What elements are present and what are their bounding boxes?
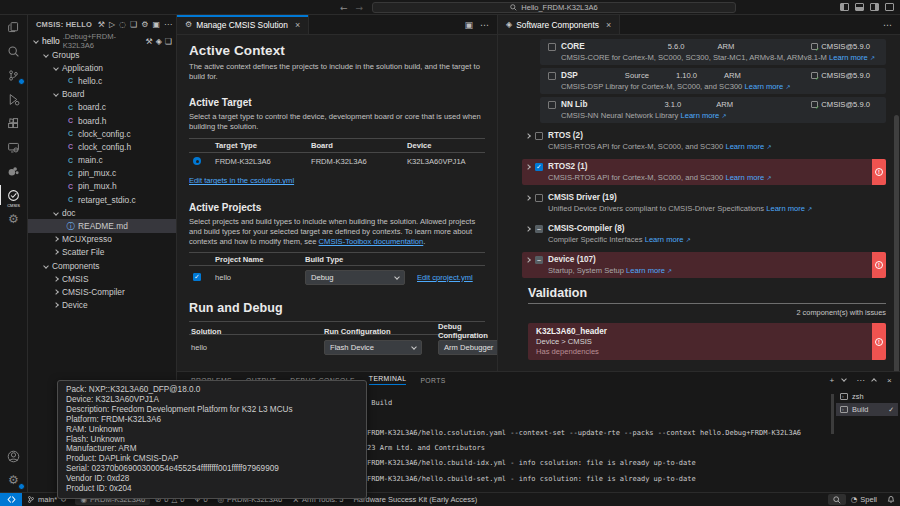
chevron-right-icon[interactable]	[525, 226, 531, 232]
component-row-core[interactable]: CORE 5.6.0 ARM CMSIS@5.9.0 CMSIS-CORE fo…	[540, 39, 886, 65]
session-build[interactable]: ›Build✓	[836, 403, 898, 416]
build-type-dropdown[interactable]: Debug	[305, 270, 405, 285]
tree-item-device[interactable]: Device	[28, 299, 176, 312]
tab-ports[interactable]: PORTS	[420, 377, 445, 384]
chevron-right-icon[interactable]	[525, 164, 531, 170]
scrollbar[interactable]	[894, 115, 899, 371]
tree-item-pin-mux-h[interactable]: Cpin_mux.h	[28, 180, 176, 193]
learn-more-link[interactable]: Learn more ↗	[766, 204, 812, 213]
pack-link[interactable]: CMSIS@5.9.0	[811, 71, 870, 80]
chevron-right-icon[interactable]	[525, 257, 531, 263]
embedded-tools-icon[interactable]: ⚙	[0, 207, 28, 231]
chevron-up-icon[interactable]	[871, 378, 877, 384]
debug-icon[interactable]: ◌	[119, 20, 126, 29]
more-actions-icon[interactable]: ⋯	[857, 376, 865, 385]
more-actions-icon[interactable]: ⋯	[883, 20, 892, 30]
focus-target-icon[interactable]: ◈	[156, 37, 162, 46]
component-group-cmsis-driver[interactable]: CMSIS Driver (19) Unified Device Drivers…	[526, 190, 886, 216]
solution-root-row[interactable]: hello .Debug+FRDM-K32L3A6 ⚒ ◈ ❏	[28, 34, 176, 48]
cmsis-driver-checkbox[interactable]	[535, 194, 543, 202]
tree-item-scatter-file[interactable]: Scatter File	[28, 246, 176, 259]
forward-arrow-icon[interactable]: →	[356, 3, 364, 13]
run-debug-icon[interactable]	[0, 87, 28, 111]
close-panel-icon[interactable]: ×	[887, 376, 892, 385]
chevron-right-icon[interactable]	[525, 133, 531, 139]
component-group-rtos2[interactable]: ✓ RTOS2 (1) CMSIS-RTOS API for Cortex-M,…	[522, 159, 886, 185]
tab-manage-cmsis-solution[interactable]: ⚙ Manage CMSIS Solution ×	[177, 15, 309, 34]
tree-item-readme[interactable]: ⓘREADME.md	[28, 219, 176, 232]
explorer-icon[interactable]	[0, 15, 28, 39]
tree-item-main-c[interactable]: Cmain.c	[28, 154, 176, 167]
tree-item-retarget-stdio-c[interactable]: Cretarget_stdio.c	[28, 193, 176, 206]
toggle-secondary-sidebar-icon[interactable]	[870, 3, 879, 11]
tree-item-cmsis[interactable]: CMSIS	[28, 272, 176, 285]
learn-more-link[interactable]: Learn more ↗	[680, 111, 726, 120]
cmsis-toolbox-doc-link[interactable]: CMSIS-Toolbox documentation	[319, 237, 424, 246]
notifications-item[interactable]	[882, 493, 900, 506]
learn-more-link[interactable]: Learn more ↗	[725, 173, 771, 182]
more-actions-icon[interactable]: ⋯	[164, 20, 172, 29]
back-arrow-icon[interactable]: ←	[340, 3, 348, 13]
rtos2-checkbox[interactable]: ✓	[535, 163, 543, 171]
tree-item-components[interactable]: Components	[28, 259, 176, 272]
session-zsh[interactable]: ›zsh	[836, 390, 898, 403]
hardware-success-kit-item[interactable]: Hardware Success Kit (Early Access)	[348, 493, 482, 506]
component-row-nnlib[interactable]: NN Lib 3.1.0 ARM CMSIS@5.9.0 CMSIS-NN Ne…	[540, 97, 886, 123]
wrench-icon[interactable]: ⚒	[146, 37, 153, 46]
tree-item-doc[interactable]: doc	[28, 206, 176, 219]
tree-item-clock-config-c[interactable]: Cclock_config.c	[28, 127, 176, 140]
pack-link[interactable]: CMSIS@5.9.0	[811, 42, 870, 51]
close-icon[interactable]: ×	[606, 20, 611, 30]
run-configuration-dropdown[interactable]: Flash Device	[324, 340, 422, 355]
scrollbar[interactable]	[831, 394, 834, 434]
pack-link[interactable]: CMSIS@5.9.0	[811, 100, 870, 109]
copy-icon[interactable]: ❏	[165, 37, 172, 46]
component-group-device[interactable]: – Device (107) Startup, System Setup Lea…	[522, 252, 886, 278]
run-icon[interactable]: ▷	[109, 20, 115, 29]
cmsis-compiler-checkbox[interactable]: –	[535, 225, 543, 233]
remote-explorer-icon[interactable]	[0, 135, 28, 159]
copy-stack-icon[interactable]: ❏	[130, 20, 137, 29]
edit-cproject-link[interactable]: Edit cproject.yml	[417, 273, 485, 282]
tree-item-application[interactable]: Application	[28, 61, 176, 74]
tree-item-pin-mux-c[interactable]: Cpin_mux.c	[28, 167, 176, 180]
close-icon[interactable]: ×	[295, 20, 300, 30]
screencast-zoom-item[interactable]	[828, 494, 846, 505]
build-wrench-icon[interactable]: ⚒	[98, 20, 105, 29]
nnlib-checkbox[interactable]	[548, 101, 556, 109]
tab-terminal[interactable]: TERMINAL	[369, 375, 407, 385]
edit-targets-link[interactable]: Edit targets in the csolution.yml	[189, 176, 294, 185]
rtos-checkbox[interactable]	[535, 132, 543, 140]
tree-item-hello-c[interactable]: Chello.c	[28, 74, 176, 87]
extensions-icon[interactable]	[0, 111, 28, 135]
spell-checker-item[interactable]: ◔ Spell	[846, 493, 882, 506]
tree-item-clock-config-h[interactable]: Cclock_config.h	[28, 140, 176, 153]
learn-more-link[interactable]: Learn more ↗	[744, 82, 790, 91]
core-checkbox[interactable]	[548, 43, 556, 51]
project-checkbox[interactable]: ✓	[193, 273, 201, 281]
validation-card[interactable]: K32L3A60_header Device > CMSIS Has depen…	[528, 323, 886, 360]
component-group-cmsis-compiler[interactable]: – CMSIS-Compiler (8) Compiler Specific I…	[526, 221, 886, 247]
search-icon[interactable]	[0, 39, 28, 63]
command-center-search[interactable]: Hello_FRDM-K32L3A6	[372, 2, 736, 13]
chevron-right-icon[interactable]	[525, 195, 531, 201]
tree-item-board-c[interactable]: Cboard.c	[28, 101, 176, 114]
split-editor-icon[interactable]: ▣	[464, 20, 473, 30]
learn-more-link[interactable]: Learn more ↗	[829, 53, 875, 62]
cmsis-view-icon[interactable]: CMSIS	[0, 183, 28, 207]
tree-item-board[interactable]: Board	[28, 88, 176, 101]
toggle-panel-icon[interactable]	[855, 3, 864, 11]
manage-solution-gear-icon[interactable]: ⚙	[141, 20, 148, 29]
tree-item-cmsis-compiler[interactable]: CMSIS-Compiler	[28, 285, 176, 298]
learn-more-link[interactable]: Learn more ↗	[645, 235, 691, 244]
source-control-icon[interactable]	[0, 63, 28, 87]
mcux-tools-icon[interactable]	[0, 159, 28, 183]
tree-item-board-h[interactable]: Cboard.h	[28, 114, 176, 127]
compare-icon[interactable]: ▣	[152, 20, 160, 29]
accounts-icon[interactable]	[0, 444, 28, 468]
target-table-row[interactable]: FRDM-K32L3A6 FRDM-K32L3A6 K32L3A60VPJ1A	[189, 153, 485, 169]
dsp-checkbox[interactable]	[548, 72, 556, 80]
tab-software-components[interactable]: ◈ Software Components ×	[498, 15, 620, 34]
learn-more-link[interactable]: Learn more ↗	[626, 266, 672, 275]
component-row-dsp[interactable]: DSP Source 1.10.0 ARM CMSIS@5.9.0 CMSIS-…	[540, 68, 886, 94]
